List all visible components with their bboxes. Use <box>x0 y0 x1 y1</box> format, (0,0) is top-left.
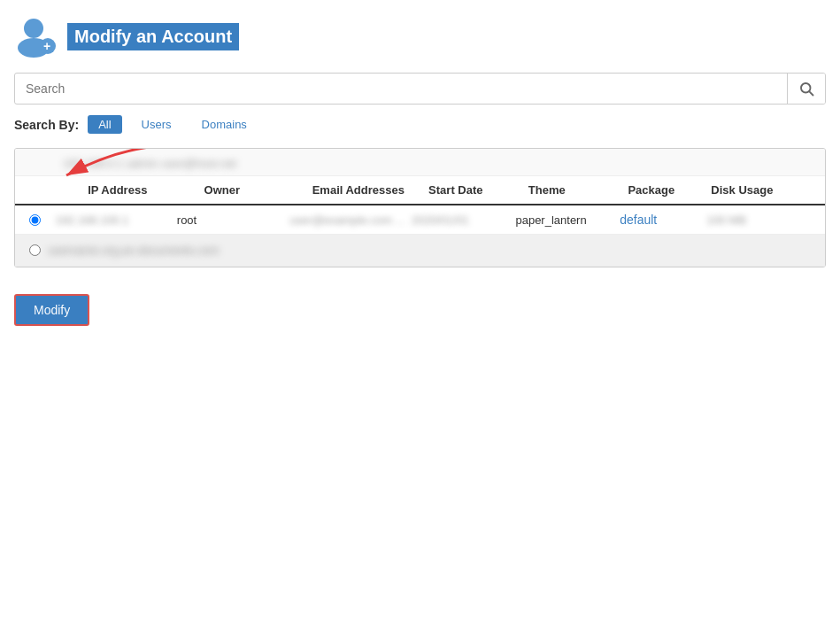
accounts-table: 192.168.0.1 admin user@host.net IP Addre… <box>14 148 826 267</box>
row1-email-extra: ... <box>396 213 405 227</box>
row1-owner: root <box>177 213 290 227</box>
table-row: 192.168.100.1 root user@example.com ... … <box>15 205 825 235</box>
row1-theme: paper_lantern <box>515 213 620 227</box>
col-header-start: Start Date <box>428 183 528 197</box>
search-bar <box>14 73 826 105</box>
col-header-owner: Owner <box>204 183 312 197</box>
row2-domain: username.org.an.documents.com <box>48 244 220 257</box>
page-title: Modify an Account <box>67 23 239 50</box>
row1-package-link[interactable]: default <box>620 213 657 227</box>
blurred-annotation-row: 192.168.0.1 admin user@host.net <box>15 149 825 176</box>
search-by-bar: Search By: All Users Domains <box>14 115 826 134</box>
row1-ip: 192.168.100.1 <box>55 213 176 227</box>
search-input[interactable] <box>15 74 787 103</box>
col-header-package: Package <box>628 183 711 197</box>
svg-line-5 <box>809 91 813 95</box>
row1-email: user@example.com ... <box>289 213 411 227</box>
row1-start: 2020/01/01 <box>412 213 516 227</box>
col-header-disk: Disk Usage <box>711 183 811 197</box>
svg-point-0 <box>24 19 43 38</box>
row2-radio[interactable] <box>29 244 41 256</box>
col-header-email: Email Addresses <box>312 183 428 197</box>
user-account-icon: + <box>14 14 58 58</box>
page-header: + Modify an Account <box>14 14 826 58</box>
filter-domains[interactable]: Domains <box>191 115 258 134</box>
search-button[interactable] <box>787 74 825 104</box>
row1-radio[interactable] <box>29 214 41 226</box>
col-header-theme: Theme <box>528 183 628 197</box>
search-by-label: Search By: <box>14 118 79 132</box>
row1-package: default <box>620 213 706 227</box>
filter-users[interactable]: Users <box>131 115 182 134</box>
filter-all[interactable]: All <box>88 115 121 134</box>
table-row: username.org.an.documents.com <box>15 235 825 267</box>
annotation-arrow <box>42 148 183 190</box>
row1-disk: 100 MB <box>706 213 811 227</box>
modify-button[interactable]: Modify <box>14 294 89 326</box>
svg-text:+: + <box>43 39 50 53</box>
search-icon <box>798 81 814 97</box>
